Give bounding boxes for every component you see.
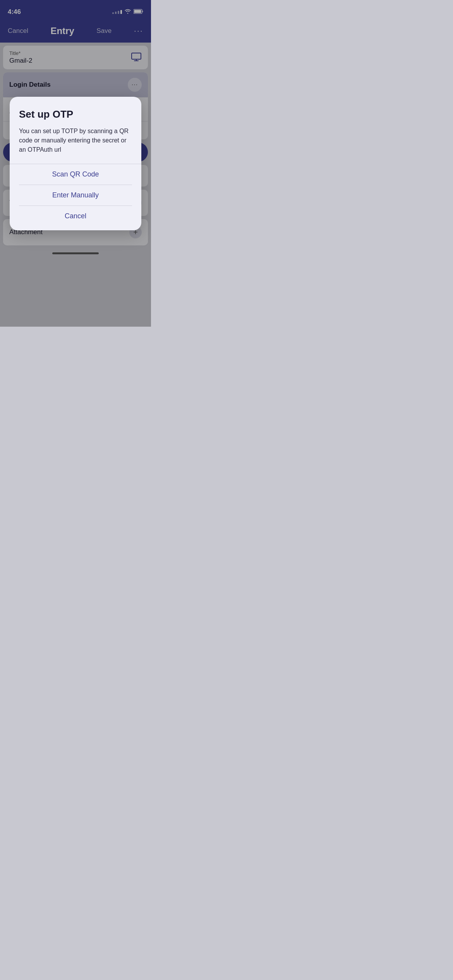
scan-qr-button[interactable]: Scan QR Code: [19, 164, 132, 185]
enter-manually-button[interactable]: Enter Manually: [19, 185, 132, 206]
otp-modal-description: You can set up TOTP by scanning a QR cod…: [19, 127, 132, 154]
otp-modal-overlay: Set up OTP You can set up TOTP by scanni…: [0, 0, 151, 327]
otp-modal: Set up OTP You can set up TOTP by scanni…: [10, 97, 141, 230]
otp-modal-title: Set up OTP: [19, 108, 132, 120]
otp-cancel-button[interactable]: Cancel: [19, 206, 132, 226]
